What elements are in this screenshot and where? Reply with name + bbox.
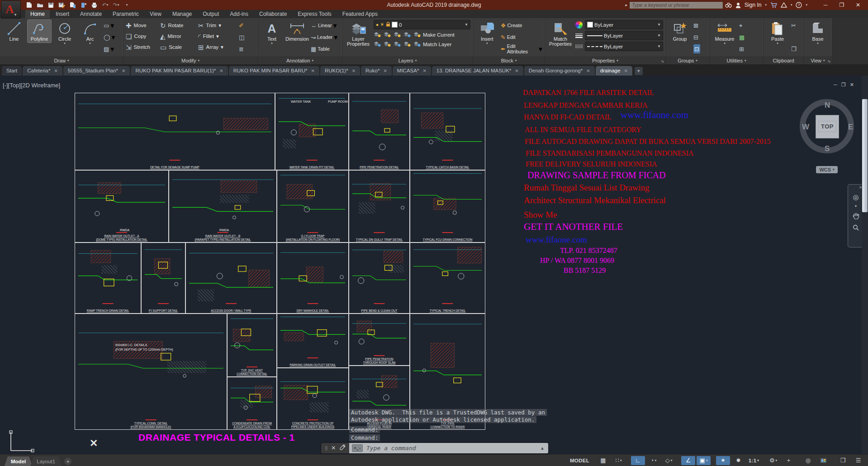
snap-mode-toggle[interactable]: ∷▾ (612, 456, 626, 465)
offset-button[interactable]: ≣ (239, 44, 244, 53)
line-button[interactable]: Line (2, 20, 26, 43)
redo-button[interactable]: ↷▾ (112, 2, 120, 9)
sign-in-button[interactable]: Sign In (745, 2, 761, 8)
leader-button[interactable]: ↝Leader▾ (311, 33, 339, 42)
pan-hand-icon[interactable] (853, 212, 859, 220)
object-snap-tracking-toggle[interactable]: ∠ (681, 456, 695, 465)
groups-panel-label[interactable]: Groups▾ (666, 57, 709, 64)
annotation-scale-button[interactable]: 1:1▾ (747, 456, 761, 465)
explode-button[interactable]: ◫ (239, 33, 244, 42)
drawing-close-button[interactable]: ✕ (850, 82, 854, 88)
drawing-restore-button[interactable]: ❐ (841, 82, 846, 88)
rotate-button[interactable]: ↻Rotate (160, 20, 198, 30)
close-button[interactable]: ✕ (850, 0, 866, 10)
base-view-button[interactable]: Base▾ (806, 20, 830, 46)
ribbon-tab-add-ins[interactable]: Add-ins (225, 10, 253, 18)
binoculars-icon[interactable] (725, 2, 732, 8)
drawing-canvas[interactable]: [-][Top][2D Wireframe] ─ ❐ ✕ DETAIL FOR … (0, 76, 868, 454)
layer-select[interactable]: ● ☀ 0 ▼ (374, 20, 470, 29)
undo-button[interactable]: ↶▾ (101, 2, 109, 9)
modify-panel-label[interactable]: Modify▾ (123, 57, 257, 64)
tab-close-icon[interactable]: ✕ (219, 68, 223, 73)
vertical-scrollbar-thumb[interactable] (862, 99, 868, 212)
file-tab-drainage[interactable]: drainage✕ (596, 66, 632, 76)
cut-button[interactable]: ✂ (791, 21, 797, 30)
group-selection-toggle[interactable]: ⊡ (693, 44, 700, 53)
quick-select-button[interactable]: ⌖ (739, 21, 745, 30)
viewcube-east[interactable]: E (848, 123, 853, 132)
layer-thaw-icon[interactable] (394, 40, 401, 48)
polar-tracking-toggle[interactable]: ◔▾ (646, 456, 660, 465)
qat-menu-button[interactable]: ▾ (123, 2, 131, 9)
ribbon-tab-featured-apps[interactable]: Featured Apps (337, 10, 383, 18)
app-store-cart-icon[interactable] (770, 2, 777, 8)
new-tab-button[interactable]: + (635, 67, 643, 75)
measure-button[interactable]: Measure▾ (712, 20, 737, 46)
move-button[interactable]: ✚Move (126, 20, 160, 30)
command-expand-icon[interactable]: ▲ (540, 446, 545, 451)
clipboard-panel-label[interactable]: Clipboard (764, 57, 803, 64)
create-block-button[interactable]: ❖Create (501, 21, 522, 30)
match-properties-button[interactable]: Match Properties (547, 20, 574, 48)
fillet-button[interactable]: ◜Fillet▾ (198, 31, 237, 41)
customize-wrench-icon[interactable] (340, 444, 346, 452)
match-layer-button[interactable]: Match Layer (413, 40, 451, 48)
dimension-button[interactable]: Dimension (285, 20, 309, 43)
ribbon-tab-annotate[interactable]: Annotate (75, 10, 107, 18)
layer-off-icon[interactable] (374, 31, 381, 39)
arc-button[interactable]: Arc▾ (78, 20, 102, 46)
application-menu-button[interactable]: A▾ (1, 0, 21, 19)
isodraft-toggle[interactable]: ◇▾ (662, 456, 676, 465)
navigation-wheel-icon[interactable]: ◎ (853, 194, 859, 200)
viewcube-top-face[interactable]: TOP (816, 115, 839, 138)
file-tab-13-drainase-jalan-masuk-[interactable]: 13. DRAINASE JALAN MASUK*✕ (432, 66, 523, 76)
mirror-button[interactable]: ◭Mirror (160, 31, 198, 41)
hatch-button[interactable]: ▨▾ (104, 44, 115, 53)
zoom-icon[interactable] (853, 224, 859, 232)
text-button[interactable]: AText▾ (260, 20, 284, 46)
minimize-button[interactable]: ─ (817, 0, 834, 10)
ortho-mode-toggle[interactable]: ∟ (631, 456, 645, 465)
layer-unisolate-icon[interactable] (384, 40, 391, 48)
linetype-select[interactable]: ByLayer▼ (585, 42, 663, 51)
erase-button[interactable]: ✐ (239, 21, 244, 30)
layers-panel-label[interactable]: Layers▾ (342, 57, 473, 64)
insert-block-button[interactable]: Insert▾ (475, 20, 499, 46)
open-from-web-button[interactable] (69, 2, 76, 9)
tab-close-icon[interactable]: ✕ (352, 68, 356, 73)
help-icon[interactable]: ? (796, 2, 802, 8)
file-tab-denah-gorong-gorong-[interactable]: Denah Gorong-gorong*✕ (524, 66, 595, 76)
file-tab-50555-stadium-plan-[interactable]: 50555_Stadium Plan*✕ (63, 66, 130, 76)
drawing-minimize-button[interactable]: ─ (834, 82, 837, 88)
properties-panel-label[interactable]: Properties▾⇘ (545, 57, 665, 64)
wcs-button[interactable]: WCS▾ (816, 166, 838, 173)
tab-close-icon[interactable]: ✕ (624, 68, 627, 73)
annotation-visibility-toggle[interactable]: ✶ (716, 456, 730, 465)
ribbon-tab-collaborate[interactable]: Collaborate (254, 10, 292, 18)
copy-clip-button[interactable]: ❐ (791, 44, 797, 53)
viewcube-north[interactable]: N (825, 101, 830, 110)
ribbon-tab-express-tools[interactable]: Express Tools (293, 10, 336, 18)
graphics-performance-button[interactable] (816, 456, 830, 465)
model-space-toggle[interactable]: MODEL (569, 456, 591, 465)
layer-lock-icon[interactable] (403, 31, 411, 39)
layout-tab-model[interactable]: Model (5, 456, 32, 466)
ribbon-tab-home[interactable]: Home (25, 10, 50, 18)
restore-button[interactable]: ❐ (834, 0, 850, 10)
plot-button[interactable] (90, 2, 98, 9)
app-caret-icon[interactable]: ▾ (791, 3, 792, 7)
tab-close-icon[interactable]: ✕ (54, 68, 57, 73)
workspace-switching-button[interactable]: ⚙▾ (766, 456, 780, 465)
utilities-panel-label[interactable]: Utilities▾ (710, 57, 763, 64)
ribbon-tab-output[interactable]: Output (198, 10, 224, 18)
command-prompt-icon[interactable]: >_▾ (352, 444, 363, 452)
dialog-launcher-icon[interactable]: ⇘ (661, 59, 664, 63)
file-tab-cafeteria-[interactable]: Cafeteria*✕ (23, 66, 62, 76)
rectangle-button[interactable]: ▭▾ (104, 21, 115, 30)
object-color-select[interactable]: ByLayer▼ (585, 20, 663, 29)
circle-button[interactable]: Circle▾ (53, 20, 76, 46)
ribbon-tab-parametric[interactable]: Parametric (108, 10, 144, 18)
dialog-launcher-icon[interactable]: ⇘ (827, 59, 830, 63)
command-input[interactable] (365, 444, 537, 452)
group-button[interactable]: Group (668, 20, 692, 43)
